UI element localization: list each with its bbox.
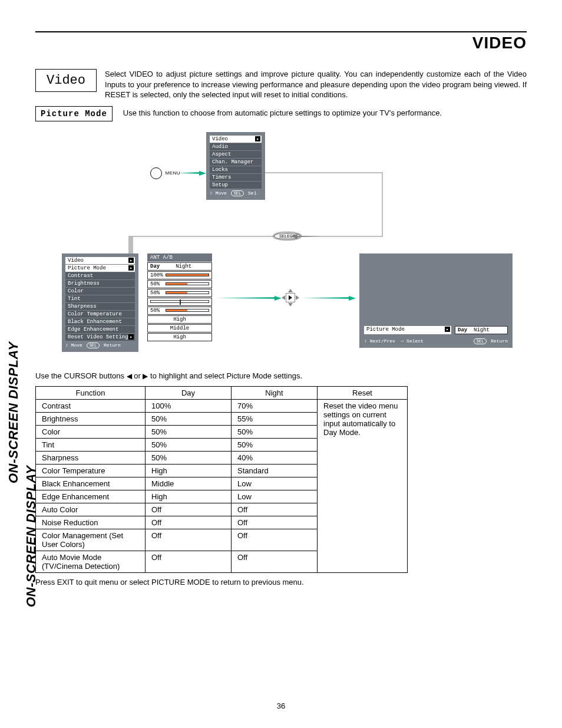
video-osd-menu: Video▸ Picture Mode▸ Contrast Brightness…: [62, 253, 138, 352]
cursor-instruction: Use the CURSOR buttons ◀ or ▶ to highlig…: [35, 371, 527, 380]
video-vals-text: Middle: [147, 324, 212, 332]
main-osd-footer: ↕ Move SEL Sel: [210, 189, 262, 196]
video-vals-tint: [147, 298, 212, 306]
menu-circle-icon: [150, 167, 162, 179]
video-osd-item: Black Enhancement: [65, 318, 135, 325]
table-reset-cell: Reset the video menu settings on current…: [318, 399, 408, 572]
pm-osd-label: Picture Mode▸: [364, 326, 451, 334]
table-head-reset: Reset: [318, 386, 408, 399]
video-osd-item: Contrast: [65, 272, 135, 279]
video-osd-item: Tint: [65, 295, 135, 302]
picture-mode-osd: Picture Mode▸ Day Night ↕ Next/Prev ↔ Se…: [359, 253, 513, 348]
video-intro-text: Select VIDEO to adjust picture settings …: [105, 69, 527, 100]
arrow-head-1: [199, 171, 206, 176]
video-vals-text: High: [147, 333, 212, 341]
video-box-label: Video: [35, 69, 97, 92]
main-osd-item: Chan. Manager: [210, 159, 262, 166]
table-head-function: Function: [36, 386, 146, 399]
cursor-pad-icon: [283, 290, 298, 305]
pm-osd-value: Day Night: [455, 326, 508, 334]
video-vals-bar: 50%: [147, 307, 212, 315]
main-osd-item: Locks: [210, 166, 262, 173]
video-osd-item: Brightness: [65, 280, 135, 287]
picture-mode-label: Picture Mode: [35, 106, 113, 121]
main-osd-item: Setup: [210, 182, 262, 189]
page-header-title: VIDEO: [35, 31, 527, 52]
picture-mode-text: Use this function to choose from automat…: [123, 106, 442, 117]
arrow-head-3: [275, 296, 282, 301]
video-vals-bar: 50%: [147, 289, 212, 297]
main-osd-item: Aspect: [210, 151, 262, 158]
main-osd-item-video: Video▸: [210, 136, 262, 143]
video-osd-item: Color: [65, 288, 135, 295]
table-head-day: Day: [146, 386, 232, 399]
arrow-head-2: [290, 234, 297, 239]
picture-mode-settings-table: Function Day Night Reset Contrast100%70%…: [35, 386, 408, 573]
main-osd-menu: Video▸ Audio Aspect Chan. Manager Locks …: [206, 132, 265, 200]
arrow-shaft-3: [216, 297, 275, 299]
arrow-shaft-1: [177, 172, 199, 174]
flow-line: [382, 172, 383, 237]
video-osd-values: ANT A/B Day Night 100% 50% 50% 50% High …: [147, 253, 212, 342]
video-osd-item: Sharpness: [65, 303, 135, 310]
osd-diagram: MENU Video▸ Audio Aspect Chan. Manager L…: [35, 126, 527, 362]
video-vals-bar: 100%: [147, 271, 212, 279]
video-osd-footer: ↕ Move SEL Return: [65, 341, 135, 348]
main-osd-item: Audio: [210, 143, 262, 150]
exit-instruction: Press EXIT to quit menu or select PICTUR…: [35, 578, 527, 587]
cursor-left-icon: ◀: [127, 372, 132, 380]
flow-line: [265, 172, 383, 173]
video-vals-bar: 50%: [147, 280, 212, 288]
arrow-shaft-2: [297, 236, 321, 237]
side-section-label: ON-SCREEN DISPLAY: [24, 466, 39, 607]
video-osd-item: Color Temperature: [65, 311, 135, 318]
flow-line: [130, 236, 383, 237]
arrow-shaft-4: [302, 297, 349, 299]
arrow-head-4: [349, 296, 356, 301]
menu-button-graphic: MENU: [150, 167, 180, 179]
video-vals-daynight: Day Night: [147, 262, 212, 271]
video-osd-title: Video▸: [65, 257, 135, 264]
main-osd-item: Timers: [210, 174, 262, 181]
video-vals-header: ANT A/B: [147, 253, 212, 262]
video-vals-text: High: [147, 315, 212, 324]
video-osd-item-picture-mode: Picture Mode▸: [65, 265, 135, 272]
pm-osd-footer: ↕ Next/Prev ↔ Select SEL Return: [364, 337, 508, 344]
flow-vline: [128, 236, 133, 253]
video-osd-item: Reset Video Settings▸: [65, 334, 135, 341]
table-head-night: Night: [232, 386, 318, 399]
table-row: Contrast100%70% Reset the video menu set…: [36, 399, 408, 412]
page-number: 36: [0, 701, 562, 710]
video-osd-item: Edge Enhancement: [65, 326, 135, 333]
section-side-label: ON-SCREEN DISPLAY: [6, 342, 21, 483]
